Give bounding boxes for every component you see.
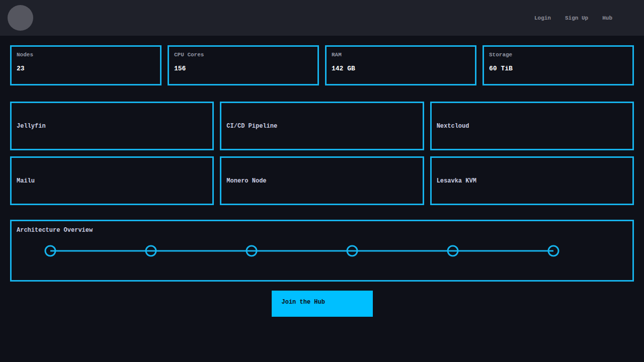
services-grid: Jellyfin CI/CD Pipeline Nextcloud Mailu … bbox=[10, 102, 634, 205]
navbar: Login Sign Up Hub bbox=[0, 0, 644, 36]
nav-link-login[interactable]: Login bbox=[534, 15, 551, 21]
stats-grid: Nodes 23 CPU Cores 156 RAM 142 GB Storag… bbox=[10, 45, 634, 85]
service-card-lesavka-kvm: Lesavka KVM bbox=[430, 156, 634, 205]
avatar[interactable] bbox=[8, 5, 33, 31]
service-title: Monero Node bbox=[226, 177, 266, 185]
service-title: Lesavka KVM bbox=[437, 177, 476, 185]
service-title: Nextcloud bbox=[437, 123, 469, 130]
service-title: Jellyfin bbox=[17, 123, 46, 130]
service-card-monero-node: Monero Node bbox=[220, 156, 424, 205]
stat-card-cpu-cores: CPU Cores 156 bbox=[168, 45, 319, 85]
stat-card-storage: Storage 60 TiB bbox=[482, 45, 634, 85]
nav-link-hub[interactable]: Hub bbox=[602, 15, 612, 21]
service-title: Mailu bbox=[17, 177, 35, 185]
stat-value: 142 GB bbox=[332, 65, 470, 72]
architecture-diagram bbox=[12, 221, 632, 280]
nav-link-signup[interactable]: Sign Up bbox=[565, 15, 588, 21]
architecture-overview-section: Architecture Overview bbox=[10, 220, 634, 282]
nav-links: Login Sign Up Hub bbox=[534, 15, 612, 21]
join-hub-button[interactable]: Join the Hub bbox=[272, 291, 373, 317]
stat-label: Storage bbox=[489, 52, 627, 58]
stat-card-nodes: Nodes 23 bbox=[10, 45, 162, 85]
stat-label: Nodes bbox=[17, 52, 155, 58]
cta-row: Join the Hub bbox=[10, 282, 634, 317]
stat-value: 60 TiB bbox=[489, 65, 627, 72]
stat-value: 156 bbox=[174, 65, 312, 72]
main-content: Nodes 23 CPU Cores 156 RAM 142 GB Storag… bbox=[0, 45, 644, 317]
stat-label: RAM bbox=[332, 52, 470, 58]
service-card-mailu: Mailu bbox=[10, 156, 214, 205]
service-title: CI/CD Pipeline bbox=[226, 123, 277, 130]
stat-card-ram: RAM 142 GB bbox=[325, 45, 476, 85]
service-card-nextcloud: Nextcloud bbox=[430, 102, 634, 150]
service-card-jellyfin: Jellyfin bbox=[10, 102, 214, 150]
stat-value: 23 bbox=[17, 65, 155, 72]
stat-label: CPU Cores bbox=[174, 52, 312, 58]
service-card-cicd-pipeline: CI/CD Pipeline bbox=[220, 102, 424, 150]
